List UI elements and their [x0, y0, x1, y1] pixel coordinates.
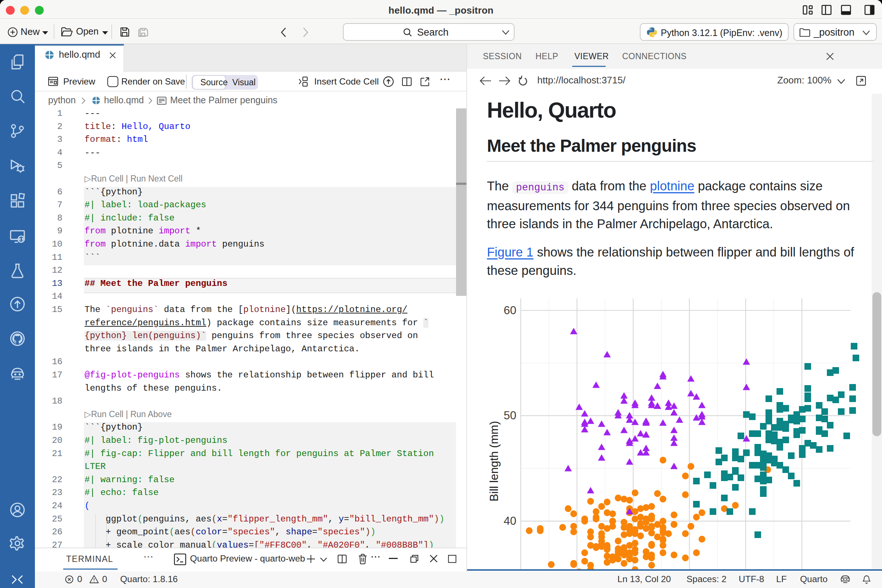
svg-text:40: 40: [504, 514, 516, 527]
svg-text:50: 50: [504, 409, 516, 422]
svg-text:60: 60: [504, 304, 516, 317]
svg-text:Bill length (mm): Bill length (mm): [487, 421, 501, 502]
